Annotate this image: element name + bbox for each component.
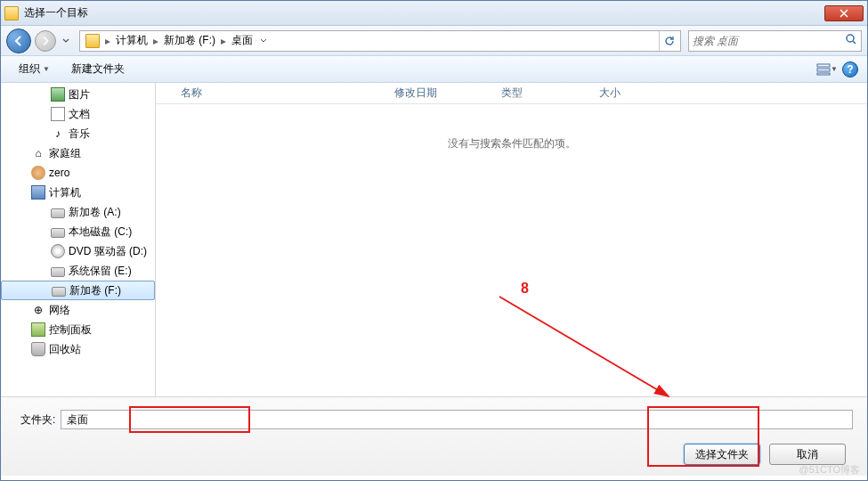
svg-point-0 (847, 35, 854, 42)
tree-item-家庭组[interactable]: ⌂家庭组 (1, 143, 155, 163)
cancel-button[interactable]: 取消 (769, 444, 846, 465)
tree-item-控制面板[interactable]: 控制面板 (1, 320, 155, 339)
dialog-window: 选择一个目标 ▸ 计算机 ▸ 新加卷 (F:) ▸ 桌面 (0, 0, 868, 481)
nav-bar: ▸ 计算机 ▸ 新加卷 (F:) ▸ 桌面 (1, 26, 867, 56)
bottom-panel: 文件夹: 选择文件夹 取消 (1, 396, 867, 476)
drive-icon (51, 224, 65, 239)
tree-item-网络[interactable]: ⊕网络 (1, 300, 155, 320)
view-icon (816, 63, 831, 76)
folder-name-input[interactable] (61, 410, 853, 429)
column-type[interactable]: 类型 (494, 86, 592, 101)
tree-item-label: 图片 (69, 87, 155, 102)
tree-item-新加卷 (F:)[interactable]: 新加卷 (F:) (1, 281, 155, 300)
svg-rect-1 (817, 64, 830, 67)
trash-icon (31, 342, 45, 356)
svg-rect-3 (817, 73, 830, 75)
home-icon: ⌂ (31, 146, 45, 160)
drive-icon (51, 205, 65, 219)
titlebar: 选择一个目标 (1, 1, 867, 26)
breadcrumb-item-computer[interactable]: 计算机 (112, 31, 151, 50)
search-icon[interactable] (845, 33, 857, 48)
breadcrumb-item-current[interactable]: 桌面 (228, 31, 256, 50)
tree-item-计算机[interactable]: 计算机 (1, 183, 155, 202)
window-title: 选择一个目标 (24, 5, 824, 20)
close-icon (840, 9, 848, 18)
tree-item-label: 新加卷 (F:) (69, 283, 154, 298)
breadcrumb-item-drive[interactable]: 新加卷 (F:) (160, 31, 219, 50)
tree-item-文档[interactable]: 文档 (1, 104, 155, 124)
new-folder-button[interactable]: 新建文件夹 (62, 58, 134, 80)
tree-item-label: DVD 驱动器 (D:) (69, 244, 155, 259)
toolbar: 组织 ▼ 新建文件夹 ▼ ? (1, 56, 867, 83)
breadcrumb-separator: ▸ (103, 35, 112, 47)
tree-item-label: 系统保留 (E:) (69, 264, 155, 279)
chevron-down-icon (62, 37, 69, 45)
dvd-icon (51, 244, 65, 258)
tree-item-图片[interactable]: 图片 (1, 85, 155, 104)
close-button[interactable] (824, 5, 864, 21)
watermark: @51CTO博客 (799, 463, 860, 477)
breadcrumb-separator: ▸ (151, 35, 160, 47)
navigation-tree[interactable]: 图片文档♪音乐⌂家庭组zero计算机新加卷 (A:)本地磁盘 (C:)DVD 驱… (1, 83, 156, 396)
breadcrumb-separator: ▸ (219, 35, 228, 47)
search-box[interactable] (688, 30, 862, 52)
column-headers: 名称 修改日期 类型 大小 (156, 83, 867, 104)
forward-button[interactable] (35, 30, 56, 52)
user-icon (31, 166, 45, 180)
doc-icon (51, 107, 65, 121)
chevron-down-icon: ▼ (831, 65, 838, 73)
file-list-pane: 名称 修改日期 类型 大小 没有与搜索条件匹配的项。 (156, 83, 867, 396)
select-folder-button[interactable]: 选择文件夹 (684, 444, 760, 465)
tree-item-DVD 驱动器 (D:)[interactable]: DVD 驱动器 (D:) (1, 241, 155, 261)
tree-item-label: 回收站 (49, 342, 155, 357)
tree-item-label: 音乐 (69, 126, 155, 142)
view-options-button[interactable]: ▼ (815, 60, 839, 79)
help-icon: ? (847, 63, 853, 76)
tree-item-label: 网络 (49, 303, 155, 318)
address-bar[interactable]: ▸ 计算机 ▸ 新加卷 (F:) ▸ 桌面 (79, 30, 681, 52)
chevron-down-icon: ▼ (43, 65, 50, 73)
annotation-label: 8 (521, 281, 529, 297)
tree-item-label: 控制面板 (49, 322, 155, 338)
folder-icon (85, 34, 100, 48)
refresh-button[interactable] (659, 31, 678, 51)
tree-item-label: 文档 (69, 107, 155, 122)
arrow-right-icon (40, 36, 51, 46)
folder-label: 文件夹: (15, 412, 55, 428)
tree-item-音乐[interactable]: ♪音乐 (1, 124, 155, 143)
refresh-icon (663, 35, 676, 47)
pic-icon (51, 87, 65, 102)
button-row: 选择文件夹 取消 (15, 444, 853, 465)
network-icon: ⊕ (31, 303, 45, 317)
new-folder-label: 新建文件夹 (71, 61, 125, 77)
column-date[interactable]: 修改日期 (387, 86, 494, 101)
empty-message: 没有与搜索条件匹配的项。 (156, 136, 867, 151)
back-button[interactable] (6, 29, 31, 53)
search-input[interactable] (693, 35, 845, 47)
tree-item-label: 新加卷 (A:) (69, 205, 155, 220)
nav-history-dropdown[interactable] (60, 29, 72, 53)
tree-item-label: 家庭组 (49, 146, 155, 161)
tree-item-新加卷 (A:)[interactable]: 新加卷 (A:) (1, 202, 155, 222)
drive-icon (52, 283, 66, 298)
music-icon: ♪ (51, 126, 65, 141)
tree-item-本地磁盘 (C:)[interactable]: 本地磁盘 (C:) (1, 222, 155, 241)
tree-item-label: zero (49, 167, 155, 179)
chevron-down-icon (260, 37, 267, 45)
tree-item-回收站[interactable]: 回收站 (1, 339, 155, 359)
column-name[interactable]: 名称 (174, 86, 387, 101)
help-button[interactable]: ? (842, 61, 858, 77)
organize-label: 组织 (19, 61, 40, 77)
column-size[interactable]: 大小 (592, 86, 663, 101)
tree-item-label: 计算机 (49, 185, 155, 200)
panel-icon (31, 322, 45, 337)
folder-name-row: 文件夹: (15, 410, 853, 429)
comp-icon (31, 185, 45, 200)
organize-button[interactable]: 组织 ▼ (10, 58, 59, 80)
svg-rect-2 (817, 69, 830, 71)
tree-item-zero[interactable]: zero (1, 163, 155, 183)
drive-icon (51, 264, 65, 278)
address-dropdown[interactable] (256, 37, 271, 45)
arrow-left-icon (12, 35, 25, 47)
tree-item-系统保留 (E:)[interactable]: 系统保留 (E:) (1, 261, 155, 281)
